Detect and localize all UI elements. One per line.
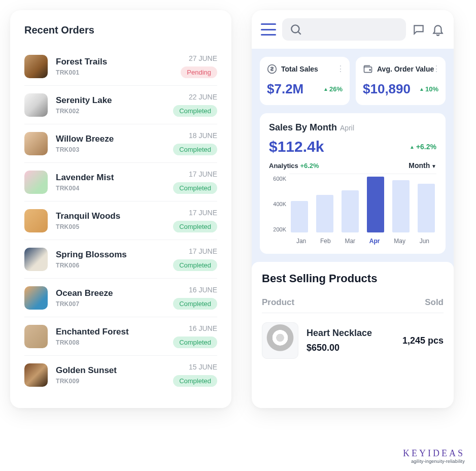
order-row[interactable]: Willow Breeze TRK003 18 JUNE Completed	[24, 124, 217, 163]
svg-point-0	[291, 25, 299, 32]
avg-order-value: $10,890	[363, 81, 411, 97]
order-date: 17 JUNE	[189, 209, 217, 217]
chart-bar[interactable]	[342, 190, 359, 232]
order-thumbnail	[24, 325, 48, 348]
order-row[interactable]: Lavender Mist TRK004 17 JUNE Completed	[24, 163, 217, 201]
order-thumbnail	[24, 93, 48, 117]
chart-bar[interactable]	[367, 177, 384, 232]
product-sold: 1,245 pcs	[402, 335, 444, 346]
order-name: Serenity Lake	[56, 95, 173, 106]
order-row[interactable]: Ocean Breeze TRK007 16 JUNE Completed	[24, 279, 217, 317]
sales-title: Sales By Month April	[269, 122, 436, 133]
order-thumbnail	[24, 55, 48, 78]
product-row[interactable]: Heart Necklace $650.00 1,245 pcs	[262, 313, 444, 359]
svg-point-4	[369, 70, 370, 71]
order-name: Forest Trails	[56, 57, 181, 67]
total-sales-card[interactable]: Total Sales ⋮ $7.2M 26%	[260, 57, 350, 105]
x-tick: Jun	[420, 238, 429, 245]
order-thumbnail	[24, 248, 48, 271]
order-row[interactable]: Tranquil Woods TRK005 17 JUNE Completed	[24, 201, 217, 240]
x-tick: May	[394, 238, 405, 245]
order-name: Tranquil Woods	[56, 211, 173, 221]
order-code: TRK006	[56, 262, 173, 269]
col-sold: Sold	[425, 297, 444, 308]
status-badge: Completed	[173, 337, 217, 348]
topbar	[252, 10, 454, 49]
order-name: Golden Sunset	[56, 365, 173, 376]
order-date: 22 JUNE	[189, 93, 217, 101]
bell-icon[interactable]	[431, 23, 445, 36]
order-code: TRK005	[56, 223, 173, 230]
chart-x-axis: JanFebMarAprMayJun	[289, 238, 436, 245]
order-code: TRK004	[56, 185, 173, 192]
chart-bar[interactable]	[418, 184, 435, 232]
brand-name: KEYIDEAS	[403, 448, 465, 459]
analytics-label: Analytics	[269, 162, 298, 170]
order-row[interactable]: Enchanted Forest TRK008 16 JUNE Complete…	[24, 317, 217, 356]
order-row[interactable]: Spring Blossoms TRK006 17 JUNE Completed	[24, 240, 217, 279]
recent-orders-title: Recent Orders	[24, 24, 217, 36]
y-tick: 200K	[269, 226, 286, 232]
order-name: Spring Blossoms	[56, 250, 173, 260]
best-selling-title: Best Selling Products	[262, 272, 444, 285]
more-icon[interactable]: ⋮	[432, 64, 440, 74]
order-thumbnail	[24, 286, 48, 310]
product-image	[262, 322, 298, 359]
recent-orders-card: Recent Orders Forest Trails TRK001 27 JU…	[10, 10, 231, 408]
sales-month: April	[340, 124, 354, 132]
order-name: Ocean Breeze	[56, 288, 173, 298]
sales-delta: +6.2%	[410, 143, 436, 151]
status-badge: Completed	[173, 182, 217, 194]
dashboard-card: Total Sales ⋮ $7.2M 26% Avg. Order Value…	[252, 10, 454, 408]
order-code: TRK009	[56, 378, 173, 385]
chart-bars	[289, 174, 436, 232]
avg-order-delta: 10%	[419, 85, 438, 93]
order-code: TRK003	[56, 146, 173, 153]
period-select[interactable]: Month	[409, 161, 436, 170]
search-icon	[289, 23, 302, 36]
status-badge: Completed	[173, 105, 217, 117]
best-selling-card: Best Selling Products Product Sold Heart…	[252, 262, 454, 366]
avg-order-value-card[interactable]: Avg. Order Value ⋮ $10,890 10%	[356, 57, 446, 105]
metrics-zone: Total Sales ⋮ $7.2M 26% Avg. Order Value…	[252, 49, 454, 366]
order-date: 16 JUNE	[189, 286, 217, 294]
product-price: $650.00	[307, 343, 394, 353]
order-thumbnail	[24, 171, 48, 194]
total-sales-label: Total Sales	[281, 65, 318, 73]
order-date: 27 JUNE	[189, 54, 217, 62]
order-date: 17 JUNE	[189, 170, 217, 178]
wallet-icon	[363, 64, 373, 74]
order-date: 16 JUNE	[189, 324, 217, 332]
chart-bar[interactable]	[291, 201, 308, 232]
status-badge: Completed	[173, 144, 217, 155]
menu-icon[interactable]	[261, 23, 276, 36]
chart-bar[interactable]	[392, 180, 410, 232]
x-tick: Feb	[320, 238, 331, 245]
sales-value: $112.4k	[269, 138, 324, 155]
search-input[interactable]	[282, 18, 406, 41]
order-row[interactable]: Serenity Lake TRK002 22 JUNE Completed	[24, 86, 217, 124]
status-badge: Completed	[173, 375, 217, 387]
order-thumbnail	[24, 132, 48, 155]
order-code: TRK007	[56, 300, 173, 308]
chart-bar[interactable]	[316, 195, 333, 232]
more-icon[interactable]: ⋮	[336, 64, 345, 74]
order-name: Enchanted Forest	[56, 327, 173, 337]
total-sales-delta: 26%	[323, 85, 343, 93]
sales-by-month-card: Sales By Month April $112.4k +6.2% Analy…	[260, 113, 446, 254]
order-name: Lavender Mist	[56, 173, 173, 183]
order-row[interactable]: Golden Sunset TRK009 15 JUNE Completed	[24, 356, 217, 394]
x-tick: Jan	[296, 238, 306, 245]
order-code: TRK001	[56, 69, 181, 76]
order-thumbnail	[24, 363, 48, 387]
status-badge: Completed	[173, 221, 217, 232]
status-badge: Completed	[173, 259, 217, 271]
svg-line-1	[298, 32, 301, 35]
x-tick: Mar	[345, 238, 355, 245]
chat-icon[interactable]	[412, 23, 425, 36]
order-code: TRK002	[56, 108, 173, 115]
col-product: Product	[262, 297, 294, 308]
chart-y-axis: 600K400K200K	[269, 174, 286, 245]
order-thumbnail	[24, 209, 48, 232]
order-row[interactable]: Forest Trails TRK001 27 JUNE Pending	[24, 47, 217, 86]
